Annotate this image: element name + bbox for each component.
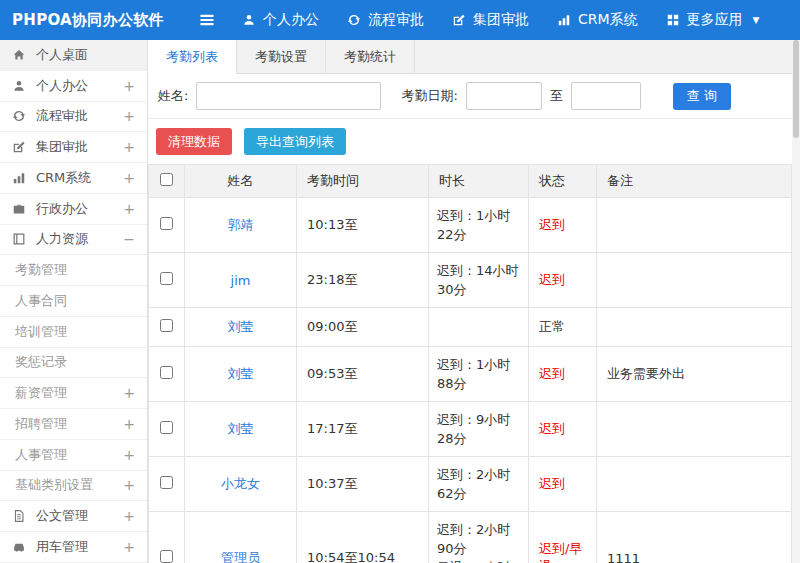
expand-icon[interactable]: + xyxy=(123,109,135,123)
table-body: 郭靖10:13至迟到：1小时22分迟到jim23:18至迟到：14小时30分迟到… xyxy=(149,198,792,563)
expand-icon[interactable]: + xyxy=(123,509,135,523)
sidebar-item-label: CRM系统 xyxy=(36,169,123,187)
expand-icon[interactable]: + xyxy=(123,79,135,93)
page-scrollbar[interactable] xyxy=(792,40,800,563)
employee-name-link[interactable]: 小龙女 xyxy=(221,476,260,491)
sidebar-item-17[interactable]: 用车管理+ xyxy=(0,532,147,563)
collapse-icon[interactable]: − xyxy=(123,232,135,246)
status-cell: 迟到 xyxy=(529,253,597,308)
row-checkbox[interactable] xyxy=(160,272,173,285)
expand-icon[interactable]: + xyxy=(123,171,135,185)
row-check-cell xyxy=(149,308,185,347)
note-cell: 1111 xyxy=(597,512,792,563)
status-cell: 迟到 xyxy=(529,347,597,402)
sidebar-item-8[interactable]: 考勤管理 xyxy=(0,255,147,286)
tab-1[interactable]: 考勤列表 xyxy=(148,40,237,74)
expand-icon[interactable]: + xyxy=(123,202,135,216)
table-row: 刘莹09:53至迟到：1小时88分迟到业务需要外出 xyxy=(149,347,792,402)
duration-cell: 迟到：1小时22分 xyxy=(429,198,529,253)
nav-item-label: 更多应用 xyxy=(687,11,743,29)
action-bar: 清理数据 导出查询列表 xyxy=(148,119,792,164)
date-to-input[interactable] xyxy=(571,82,641,110)
nav-item-3[interactable]: 集团审批 xyxy=(452,11,529,29)
sidebar-item-12[interactable]: 薪资管理+ xyxy=(0,378,147,409)
employee-name-link[interactable]: 郭靖 xyxy=(228,217,254,232)
expand-icon[interactable]: + xyxy=(123,386,135,400)
status-text: 迟到 xyxy=(539,421,565,436)
row-checkbox[interactable] xyxy=(160,319,173,332)
expand-icon[interactable]: + xyxy=(123,478,135,492)
row-checkbox[interactable] xyxy=(160,550,173,563)
employee-name-link[interactable]: 管理员 xyxy=(221,550,260,563)
sidebar-item-11[interactable]: 奖惩记录 xyxy=(0,348,147,379)
hamburger-menu-icon[interactable] xyxy=(198,11,216,29)
bar-chart-icon xyxy=(557,13,571,27)
sidebar-item-2[interactable]: 个人办公+ xyxy=(0,71,147,102)
status-text: 迟到 xyxy=(539,366,565,381)
date-filter-label: 考勤日期: xyxy=(401,87,457,105)
expand-icon[interactable]: + xyxy=(123,140,135,154)
row-checkbox[interactable] xyxy=(160,366,173,379)
sidebar-item-5[interactable]: CRM系统+ xyxy=(0,163,147,194)
clean-data-button[interactable]: 清理数据 xyxy=(156,128,232,155)
sidebar-item-14[interactable]: 人事管理+ xyxy=(0,440,147,471)
row-check-cell xyxy=(149,253,185,308)
name-cell: 刘莹 xyxy=(185,347,297,402)
sidebar-item-15[interactable]: 基础类别设置+ xyxy=(0,471,147,502)
sidebar-item-7[interactable]: 人力资源− xyxy=(0,225,147,256)
nav-item-label: 个人办公 xyxy=(263,11,319,29)
date-from-input[interactable] xyxy=(466,82,542,110)
sidebar-item-6[interactable]: 行政办公+ xyxy=(0,194,147,225)
search-button[interactable]: 查 询 xyxy=(673,83,731,110)
sidebar-item-13[interactable]: 招聘管理+ xyxy=(0,409,147,440)
table-row: 管理员10:54至10:54迟到：2小时90分早退：7小时10分迟到/早退111… xyxy=(149,512,792,563)
duration-cell: 迟到：2小时90分早退：7小时10分 xyxy=(429,512,529,563)
row-checkbox[interactable] xyxy=(160,476,173,489)
nav-item-4[interactable]: CRM系统 xyxy=(557,11,638,29)
duration-line: 早退：7小时10分 xyxy=(437,558,520,563)
row-check-cell xyxy=(149,347,185,402)
sidebar-item-label: 个人办公 xyxy=(36,77,123,95)
employee-name-link[interactable]: 刘莹 xyxy=(228,366,254,381)
row-checkbox[interactable] xyxy=(160,217,173,230)
duration-cell: 迟到：2小时62分 xyxy=(429,457,529,512)
sidebar-item-label: 招聘管理 xyxy=(15,415,123,433)
duration-line: 迟到：9小时28分 xyxy=(437,410,520,448)
status-text: 迟到 xyxy=(539,272,565,287)
briefcase-icon xyxy=(12,202,30,216)
sidebar-item-label: 薪资管理 xyxy=(15,384,123,402)
tab-2[interactable]: 考勤设置 xyxy=(237,40,326,73)
name-filter-input[interactable] xyxy=(196,82,381,110)
sidebar-item-label: 用车管理 xyxy=(36,538,123,556)
name-cell: 管理员 xyxy=(185,512,297,563)
status-cell: 迟到 xyxy=(529,198,597,253)
name-cell: 小龙女 xyxy=(185,457,297,512)
tab-3[interactable]: 考勤统计 xyxy=(326,40,415,73)
date-to-label: 至 xyxy=(550,87,563,105)
sidebar-item-4[interactable]: 集团审批+ xyxy=(0,132,147,163)
nav-item-label: CRM系统 xyxy=(578,11,638,29)
sidebar-item-9[interactable]: 人事合同 xyxy=(0,286,147,317)
sidebar-item-label: 基础类别设置 xyxy=(15,476,123,494)
sidebar-item-3[interactable]: 流程审批+ xyxy=(0,102,147,133)
sidebar-item-10[interactable]: 培训管理 xyxy=(0,317,147,348)
nav-item-1[interactable]: 个人办公 xyxy=(242,11,319,29)
expand-icon[interactable]: + xyxy=(123,540,135,554)
sidebar-item-label: 奖惩记录 xyxy=(15,353,135,371)
note-cell: 业务需要外出 xyxy=(597,347,792,402)
nav-item-2[interactable]: 流程审批 xyxy=(347,11,424,29)
export-list-button[interactable]: 导出查询列表 xyxy=(244,128,346,155)
expand-icon[interactable]: + xyxy=(123,417,135,431)
scrollbar-thumb[interactable] xyxy=(793,40,799,138)
expand-icon[interactable]: + xyxy=(123,448,135,462)
note-cell xyxy=(597,253,792,308)
row-checkbox[interactable] xyxy=(160,421,173,434)
name-filter-label: 姓名: xyxy=(158,87,188,105)
nav-item-5[interactable]: 更多应用▼ xyxy=(666,11,760,29)
sidebar-item-1[interactable]: 个人桌面 xyxy=(0,40,147,71)
sidebar-item-16[interactable]: 公文管理+ xyxy=(0,501,147,532)
select-all-checkbox[interactable] xyxy=(160,173,173,186)
employee-name-link[interactable]: 刘莹 xyxy=(228,421,254,436)
employee-name-link[interactable]: jim xyxy=(231,273,251,288)
employee-name-link[interactable]: 刘莹 xyxy=(228,319,254,334)
